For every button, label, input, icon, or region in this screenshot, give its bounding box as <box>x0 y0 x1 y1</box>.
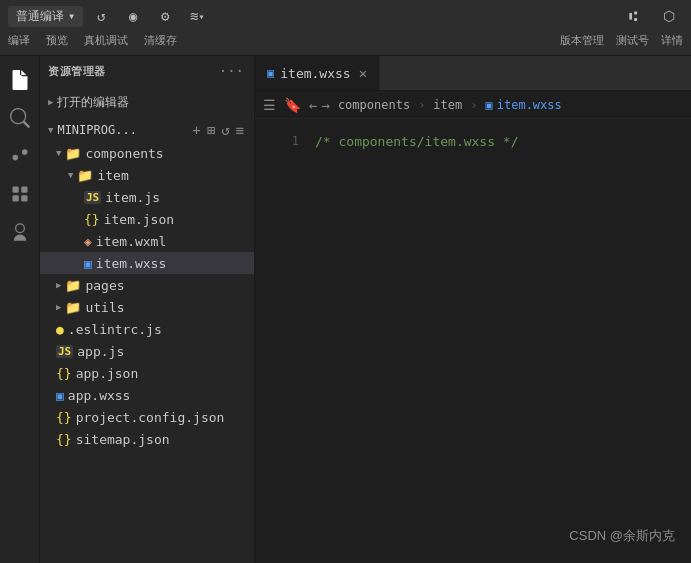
tree-item-item-js[interactable]: JS item.js <box>40 186 254 208</box>
chevron-right-icon: ▶ <box>56 302 61 312</box>
breadcrumb-item[interactable]: item <box>433 98 462 112</box>
tree-item-item-wxss[interactable]: ▣ item.wxss <box>40 252 254 274</box>
dropdown-arrow: ▾ <box>68 9 75 23</box>
tree-item-eslintrc[interactable]: ● .eslintrc.js <box>40 318 254 340</box>
folder-item-label: item <box>97 168 128 183</box>
tree-item-utils[interactable]: ▶ 📁 utils <box>40 296 254 318</box>
activity-search[interactable] <box>4 102 36 134</box>
tree-item-sitemap[interactable]: {} sitemap.json <box>40 428 254 450</box>
folder-icon: 📁 <box>65 146 81 161</box>
tree-item-app-json[interactable]: {} app.json <box>40 362 254 384</box>
activity-debug[interactable] <box>4 216 36 248</box>
branch-icon: ⑆ <box>629 8 637 24</box>
file-item-wxml-label: item.wxml <box>96 234 166 249</box>
json-file-icon: {} <box>84 212 100 227</box>
file-app-wxss-label: app.wxss <box>68 388 131 403</box>
menu-icon[interactable]: ☰ <box>263 97 276 113</box>
main-area: 资源管理器 ··· ▶ 打开的编辑器 ▼ MINIPROG... + ⊞ ↺ ≡ <box>0 56 691 563</box>
chevron-right-icon: ▶ <box>56 280 61 290</box>
code-area[interactable]: 1 /* components/item.wxss */ <box>255 119 691 563</box>
real-debug-label[interactable]: 真机调试 <box>84 33 128 48</box>
file-app-js-label: app.js <box>77 344 124 359</box>
breadcrumb-components[interactable]: components <box>338 98 410 112</box>
version-manage-label[interactable]: 版本管理 <box>560 33 604 48</box>
compile-mode-label: 普通编译 <box>16 8 64 25</box>
debug-icon <box>10 222 30 242</box>
sidebar-more-icon[interactable]: ··· <box>217 62 246 80</box>
tree-item-pages[interactable]: ▶ 📁 pages <box>40 274 254 296</box>
settings-button[interactable]: ⚙ <box>151 4 179 28</box>
open-editors-header[interactable]: ▶ 打开的编辑器 <box>40 90 254 114</box>
activity-bar <box>0 56 40 563</box>
clear-cache-label[interactable]: 清缓存 <box>144 33 177 48</box>
nav-forward-icon[interactable]: → <box>321 97 329 113</box>
tree-item-item-folder[interactable]: ▼ 📁 item <box>40 164 254 186</box>
sidebar-header: 资源管理器 ··· <box>40 56 254 86</box>
editor-tab-item-wxss[interactable]: ▣ item.wxss ✕ <box>255 56 380 90</box>
compile-label[interactable]: 编译 <box>8 33 30 48</box>
file-sitemap-label: sitemap.json <box>76 432 170 447</box>
open-editors-label: 打开的编辑器 <box>57 94 129 111</box>
activity-files[interactable] <box>4 64 36 96</box>
chevron-down-icon: ▼ <box>56 148 61 158</box>
collapse-all-icon[interactable]: ≡ <box>234 122 246 138</box>
code-content-1: /* components/item.wxss */ <box>315 134 519 149</box>
miniprogram-actions: + ⊞ ↺ ≡ <box>190 122 246 138</box>
miniprogram-header[interactable]: ▼ MINIPROG... + ⊞ ↺ ≡ <box>40 118 254 142</box>
file-tree: ▼ 📁 components ▼ 📁 item JS item.js {} it… <box>40 142 254 563</box>
tree-item-project-config[interactable]: {} project.config.json <box>40 406 254 428</box>
tree-item-app-js[interactable]: JS app.js <box>40 340 254 362</box>
file-eslintrc-label: .eslintrc.js <box>68 322 162 337</box>
file-item-js-label: item.js <box>105 190 160 205</box>
test-number-label[interactable]: 测试号 <box>616 33 649 48</box>
new-file-icon[interactable]: + <box>190 122 202 138</box>
sidebar: 资源管理器 ··· ▶ 打开的编辑器 ▼ MINIPROG... + ⊞ ↺ ≡ <box>40 56 255 563</box>
eslint-file-icon: ● <box>56 322 64 337</box>
source-control-icon <box>10 146 30 166</box>
activity-extensions[interactable] <box>4 178 36 210</box>
share-icon-button[interactable]: ⬡ <box>655 4 683 28</box>
share-icon: ⬡ <box>663 8 675 24</box>
tree-item-item-json[interactable]: {} item.json <box>40 208 254 230</box>
bookmark-icon[interactable]: 🔖 <box>284 97 301 113</box>
svg-rect-0 <box>12 187 18 193</box>
activity-source-control[interactable] <box>4 140 36 172</box>
file-app-json-label: app.json <box>76 366 139 381</box>
editor-area: ▣ item.wxss ✕ ☰ 🔖 ← → components › item … <box>255 56 691 563</box>
breadcrumb-file-icon: ▣ <box>486 98 493 112</box>
folder-icon: 📁 <box>65 300 81 315</box>
folder-icon: 📁 <box>65 278 81 293</box>
json-file-icon: {} <box>56 410 72 425</box>
folder-icon: 📁 <box>77 168 93 183</box>
js-file-icon: JS <box>84 191 101 204</box>
details-label[interactable]: 详情 <box>661 33 683 48</box>
refresh-explorer-icon[interactable]: ↺ <box>219 122 231 138</box>
compile-mode-dropdown[interactable]: 普通编译 ▾ <box>8 6 83 27</box>
tree-item-app-wxss[interactable]: ▣ app.wxss <box>40 384 254 406</box>
nav-back-icon[interactable]: ← <box>309 97 317 113</box>
tab-close-button[interactable]: ✕ <box>359 65 367 81</box>
file-project-config-label: project.config.json <box>76 410 225 425</box>
tree-item-item-wxml[interactable]: ◈ item.wxml <box>40 230 254 252</box>
code-line-1: 1 /* components/item.wxss */ <box>255 131 691 151</box>
toolbar-right-row1: ⑆ ⬡ <box>560 4 683 28</box>
preview-eye-button[interactable]: ◉ <box>119 4 147 28</box>
chevron-down-icon: ▼ <box>68 170 73 180</box>
toolbar-right-row2: 版本管理 测试号 详情 <box>560 30 683 50</box>
preview-label[interactable]: 预览 <box>46 33 68 48</box>
refresh-button[interactable]: ↺ <box>87 4 115 28</box>
json-file-icon: {} <box>56 366 72 381</box>
upload-button[interactable]: ≋ ▾ <box>183 4 211 28</box>
branch-icon-button[interactable]: ⑆ <box>619 4 647 28</box>
file-item-json-label: item.json <box>104 212 174 227</box>
wxss-file-icon: ▣ <box>84 256 92 271</box>
tab-label: item.wxss <box>280 66 350 81</box>
toolbar-row2: 编译 预览 真机调试 清缓存 <box>8 30 211 50</box>
upload-icon: ≋ <box>190 8 198 24</box>
upload-arrow: ▾ <box>198 11 204 22</box>
tab-bar: ▣ item.wxss ✕ <box>255 56 691 91</box>
toolbar-row1: 普通编译 ▾ ↺ ◉ ⚙ ≋ ▾ <box>8 4 211 28</box>
watermark: CSDN @余斯内克 <box>569 527 675 545</box>
tree-item-components[interactable]: ▼ 📁 components <box>40 142 254 164</box>
new-folder-icon[interactable]: ⊞ <box>205 122 217 138</box>
